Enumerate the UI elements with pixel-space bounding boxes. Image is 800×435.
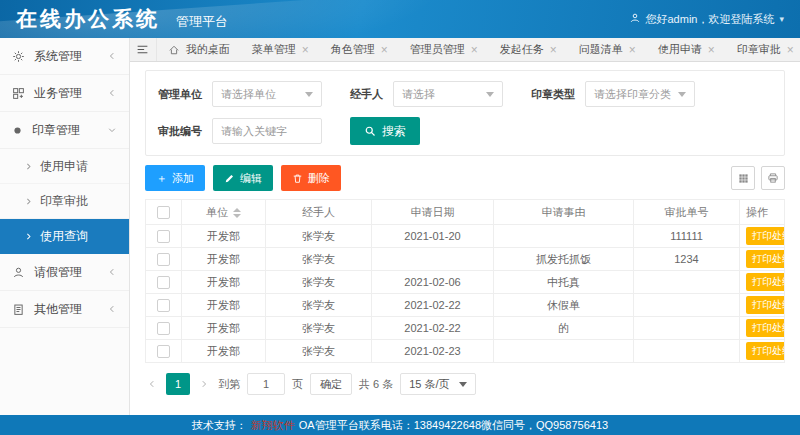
tab-label: 发起任务 — [500, 42, 544, 57]
tab-4[interactable]: 发起任务× — [489, 38, 568, 61]
unit-cell: 开发部 — [182, 248, 266, 271]
tab-5[interactable]: 问题清单× — [568, 38, 647, 61]
chevron-left-icon — [107, 304, 117, 314]
print-dept-button[interactable]: 打印处级 — [746, 296, 785, 314]
row-checkbox[interactable] — [157, 276, 170, 289]
handler-field: 经手人 请选择 — [350, 81, 503, 107]
delete-button[interactable]: 删除 — [281, 165, 341, 191]
print-dept-button[interactable]: 打印处级 — [746, 250, 785, 268]
print-dept-button[interactable]: 打印处级 — [746, 342, 785, 360]
tab-close-icon[interactable]: × — [471, 44, 478, 56]
pagination: 1 到第 页 确定 共 6 条 15 条/页 — [145, 373, 785, 395]
print-dept-button[interactable]: 打印处级 — [746, 273, 785, 291]
sidebar-item[interactable]: 印章管理 — [0, 112, 129, 149]
person-icon — [12, 266, 25, 279]
user-menu[interactable]: 您好admin，欢迎登陆系统 ▾ — [629, 12, 785, 27]
gear-icon — [12, 50, 25, 63]
tab-2[interactable]: 角色管理× — [320, 38, 399, 61]
row-checkbox[interactable] — [157, 253, 170, 266]
tab-1[interactable]: 菜单管理× — [241, 38, 320, 61]
row-checkbox[interactable] — [157, 299, 170, 312]
search-filter-panel: 管理单位 请选择单位 经手人 请选择 — [145, 70, 785, 156]
tab-close-icon[interactable]: × — [629, 44, 636, 56]
sidebar-item[interactable]: 请假管理 — [0, 254, 129, 291]
collapse-menu-icon[interactable] — [130, 38, 157, 61]
page-number-button[interactable]: 1 — [166, 373, 190, 395]
sidebar-item[interactable]: 其他管理 — [0, 291, 129, 328]
search-button[interactable]: 搜索 — [350, 117, 420, 145]
tab-close-icon[interactable]: × — [708, 44, 715, 56]
column-header-label: 操作 — [746, 206, 768, 218]
chevron-down-icon — [107, 125, 117, 135]
sidebar-item-label: 其他管理 — [34, 301, 82, 318]
chevron-left-icon — [107, 88, 117, 98]
seal-type-select[interactable]: 请选择印章分类 — [585, 81, 695, 107]
tab-close-icon[interactable]: × — [381, 44, 388, 56]
tab-close-icon[interactable]: × — [550, 44, 557, 56]
date-cell: 2021-02-23 — [372, 340, 494, 363]
search-button-label: 搜索 — [382, 123, 406, 140]
unit-label: 管理单位 — [158, 87, 202, 102]
sidebar-item-label: 请假管理 — [34, 264, 82, 281]
print-dept-button[interactable]: 打印处级 — [746, 319, 785, 337]
actions-cell: 打印处级打印科级编辑 — [740, 225, 785, 248]
approval-no-cell: 1234 — [634, 248, 740, 271]
app-window: 在线办公系统 管理平台 您好admin，欢迎登陆系统 ▾ 系统管理业务管理印章管… — [0, 0, 800, 435]
sidebar: 系统管理业务管理印章管理使用申请印章审批使用查询请假管理其他管理 — [0, 38, 130, 415]
tab-6[interactable]: 使用申请× — [647, 38, 726, 61]
tab-close-icon[interactable]: × — [787, 44, 794, 56]
confirm-page-button[interactable]: 确定 — [310, 373, 352, 395]
table-row: 开发部张学友2021-02-22休假单打印处级打印科级编辑 — [146, 294, 785, 317]
approval-no-input[interactable] — [212, 118, 322, 144]
table-row: 开发部张学友2021-02-06中托真打印处级打印科级编辑 — [146, 271, 785, 294]
user-greeting: 您好admin，欢迎登陆系统 — [646, 12, 775, 27]
select-all-checkbox[interactable] — [157, 206, 170, 219]
filter-columns-icon-button[interactable] — [731, 166, 755, 190]
support-label: 技术支持： — [192, 418, 247, 433]
add-button[interactable]: ＋ 添加 — [145, 165, 205, 191]
actions-cell: 打印处级打印科级编辑 — [740, 248, 785, 271]
actions-cell: 打印处级打印科级编辑 — [740, 317, 785, 340]
row-checkbox[interactable] — [157, 230, 170, 243]
delete-button-label: 删除 — [308, 171, 330, 186]
row-select-cell — [146, 340, 182, 363]
main-panel: 我的桌面菜单管理×角色管理×管理员管理×发起任务×问题清单×使用申请×印章审批×… — [130, 38, 800, 415]
table-row: 开发部张学友抓发托抓饭1234打印处级打印科级编辑 — [146, 248, 785, 271]
sidebar-item-label: 系统管理 — [34, 48, 82, 65]
sidebar-subitem[interactable]: 使用查询 — [0, 219, 129, 254]
next-page-button[interactable] — [197, 379, 211, 389]
handler-label: 经手人 — [350, 87, 383, 102]
sidebar-subitem[interactable]: 使用申请 — [0, 149, 129, 184]
handler-select-placeholder: 请选择 — [402, 87, 435, 102]
edit-button[interactable]: 编辑 — [213, 165, 273, 191]
unit-cell: 开发部 — [182, 225, 266, 248]
page-size-select[interactable]: 15 条/页 — [400, 373, 476, 395]
actions-cell: 打印处级打印科级编辑 — [740, 294, 785, 317]
goto-page-input[interactable] — [247, 373, 285, 395]
handler-select[interactable]: 请选择 — [393, 81, 503, 107]
unit-select[interactable]: 请选择单位 — [212, 81, 322, 107]
column-header: 申请日期 — [372, 200, 494, 225]
tab-3[interactable]: 管理员管理× — [399, 38, 489, 61]
approval-no-cell: 111111 — [634, 225, 740, 248]
sidebar-subitem[interactable]: 印章审批 — [0, 184, 129, 219]
chevron-left-icon — [107, 51, 117, 61]
tab-7[interactable]: 印章审批× — [726, 38, 800, 61]
vendor-name: 新翔软件 — [251, 418, 295, 433]
approval-no-label: 审批编号 — [158, 124, 202, 139]
unit-cell: 开发部 — [182, 294, 266, 317]
chevron-down-icon — [305, 92, 313, 97]
unit-cell: 开发部 — [182, 340, 266, 363]
date-cell: 2021-02-22 — [372, 294, 494, 317]
tab-home[interactable]: 我的桌面 — [157, 38, 241, 61]
print-icon-button[interactable] — [761, 166, 785, 190]
row-checkbox[interactable] — [157, 345, 170, 358]
sidebar-item[interactable]: 业务管理 — [0, 75, 129, 112]
row-checkbox[interactable] — [157, 322, 170, 335]
print-dept-button[interactable]: 打印处级 — [746, 227, 785, 245]
sort-icon[interactable] — [233, 208, 241, 218]
chevron-down-icon — [486, 92, 494, 97]
prev-page-button[interactable] — [145, 379, 159, 389]
tab-close-icon[interactable]: × — [302, 44, 309, 56]
sidebar-item[interactable]: 系统管理 — [0, 38, 129, 75]
